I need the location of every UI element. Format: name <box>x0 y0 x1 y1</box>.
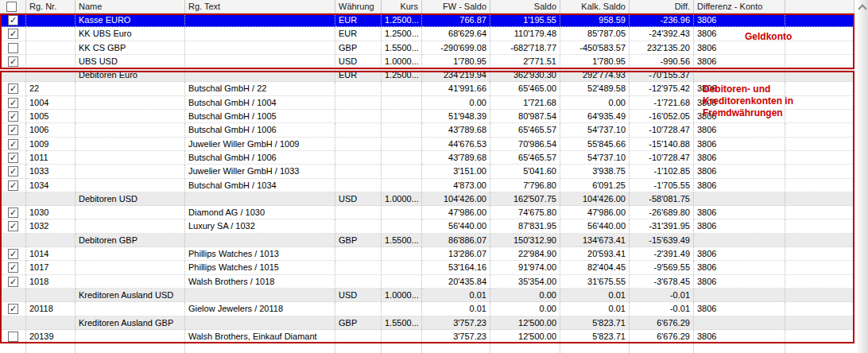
select-all-checkbox[interactable] <box>6 2 17 12</box>
column-header-cur[interactable]: Währung <box>335 0 382 14</box>
row-checkbox[interactable]: ✓ <box>8 98 18 108</box>
table-row[interactable]: ✓ 1009 Juwelier Willer GmbH / 1009 44'67… <box>0 138 854 151</box>
column-header-saldo[interactable]: Saldo <box>490 0 560 14</box>
row-select-cell[interactable]: ✓ <box>0 219 26 233</box>
cell-rgtext: Gielow Jewelers / 20118 <box>185 302 335 316</box>
row-select-cell[interactable]: ✓ <box>0 82 26 95</box>
scroll-up-icon[interactable] <box>858 4 866 13</box>
table-row[interactable]: ✓ 1018 Walsh Brothers / 1018 20'435.84 3… <box>0 275 854 289</box>
table-row[interactable]: ✓ 1032 Luxury SA / 1032 56'440.00 87'831… <box>0 219 854 233</box>
row-select-cell[interactable]: ✓ <box>0 261 26 274</box>
table-row[interactable]: ✓ UBS USD USD 1.0000... 1'780.95 2'771.5… <box>0 55 854 68</box>
row-select-cell[interactable]: ✓ <box>0 179 26 192</box>
cell-rgtext <box>185 289 335 302</box>
vertical-scrollbar[interactable] <box>857 0 868 353</box>
table-row[interactable] <box>0 343 854 353</box>
row-select-cell[interactable]: ✓ <box>0 247 26 261</box>
row-checkbox[interactable]: ✓ <box>8 166 18 176</box>
row-checkbox[interactable]: ✓ <box>8 56 18 67</box>
table-row[interactable]: Debitoren GBP GBP 1.5500... 86'886.07 15… <box>0 234 854 247</box>
table-row[interactable]: ✓ 1017 Phillips Watches / 1015 53'164.16… <box>0 261 854 274</box>
row-select-cell[interactable] <box>0 68 26 82</box>
row-select-cell[interactable]: ✓ <box>0 27 26 41</box>
table-row[interactable]: ✓ Kasse EURO EUR 1.2500... 766.87 1'195.… <box>0 14 854 27</box>
row-select-cell[interactable]: ✓ <box>0 138 26 151</box>
cell-diff: -26'689.80 <box>630 206 694 219</box>
column-header-kurs[interactable]: Kurs <box>382 0 422 14</box>
row-checkbox[interactable]: ✓ <box>8 15 18 25</box>
row-select-cell[interactable] <box>0 289 26 302</box>
table-row[interactable]: ✓ 1034 Butschal GmbH / 1034 4'873.00 7'7… <box>0 179 854 192</box>
table-row[interactable]: ✓ 1030 Diamond AG / 1030 47'986.00 74'67… <box>0 206 854 219</box>
column-header-konto[interactable]: Differenz - Konto <box>694 0 785 14</box>
table-row[interactable]: Debitoren USD USD 1.0000... 104'426.00 1… <box>0 192 854 206</box>
row-select-cell[interactable] <box>0 330 26 343</box>
column-header-kalk[interactable]: Kalk. Saldo <box>560 0 630 14</box>
cell-kurs <box>382 261 422 274</box>
cell-saldo: 65'465.57 <box>490 123 560 137</box>
table-row[interactable]: ✓ 1014 Phillips Watches / 1013 13'286.07… <box>0 247 854 261</box>
table-row[interactable]: ✓ 1011 Butschal GmbH / 1006 43'789.68 65… <box>0 151 854 165</box>
column-header-diff[interactable]: Diff. <box>630 0 694 14</box>
cell-currency <box>335 206 382 219</box>
select-all-cell[interactable] <box>0 0 26 14</box>
cell-currency <box>335 123 382 137</box>
row-checkbox[interactable]: ✓ <box>8 139 18 149</box>
column-header-fw[interactable]: FW - Saldo <box>422 0 490 14</box>
row-checkbox[interactable]: ✓ <box>8 304 18 314</box>
cell-currency <box>335 96 382 110</box>
row-select-cell[interactable]: ✓ <box>0 206 26 219</box>
row-select-cell[interactable]: ✓ <box>0 123 26 137</box>
row-checkbox[interactable]: ✓ <box>8 277 18 287</box>
table-row[interactable]: ✓ 20118 Gielow Jewelers / 20118 0.01 0.0… <box>0 302 854 316</box>
cell-fw-saldo: 56'440.00 <box>422 219 490 233</box>
row-select-cell[interactable]: ✓ <box>0 165 26 178</box>
cell-kurs: 1.5500... <box>382 41 422 55</box>
row-checkbox[interactable]: ✓ <box>8 83 18 94</box>
row-select-cell[interactable]: ✓ <box>0 96 26 110</box>
table-row[interactable]: Kreditoren Ausland GBP GBP 1.5500... 3'7… <box>0 316 854 330</box>
row-select-cell[interactable]: ✓ <box>0 275 26 289</box>
table-row[interactable]: Debitoren Euro EUR 1.2500... 234'219.94 … <box>0 68 854 82</box>
table-row[interactable]: ✓ 1033 Juwelier Willer GmbH / 1033 3'151… <box>0 165 854 178</box>
row-select-cell[interactable]: ✓ <box>0 14 26 27</box>
cell-saldo: 0.00 <box>490 302 560 316</box>
cell-saldo: 80'987.54 <box>490 110 560 123</box>
row-checkbox[interactable]: ✓ <box>8 221 18 231</box>
row-select-cell[interactable] <box>0 234 26 247</box>
row-checkbox[interactable] <box>8 332 18 342</box>
row-checkbox[interactable]: ✓ <box>8 249 18 259</box>
row-select-cell[interactable] <box>0 41 26 55</box>
table-row[interactable]: KK CS GBP GBP 1.5500... -290'699.08 -682… <box>0 41 854 55</box>
table-row[interactable]: ✓ 1006 Butschal GmbH / 1006 43'789.68 65… <box>0 123 854 137</box>
table-row[interactable]: ✓ 1005 Butschal GmbH / 1005 51'948.39 80… <box>0 110 854 123</box>
table-row[interactable]: ✓ 1004 Butschal GmbH / 1004 0.00 1'721.6… <box>0 96 854 110</box>
table-row[interactable]: ✓ KK UBS Euro EUR 1.2500... 68'629.64 11… <box>0 27 854 41</box>
cell-name <box>76 138 185 151</box>
cell-saldo: 12'500.00 <box>490 330 560 343</box>
row-checkbox[interactable]: ✓ <box>8 180 18 191</box>
row-checkbox[interactable]: ✓ <box>8 111 18 122</box>
row-checkbox[interactable]: ✓ <box>8 29 18 39</box>
row-select-cell[interactable]: ✓ <box>0 302 26 316</box>
column-header-spacer[interactable] <box>785 0 854 14</box>
table-row[interactable]: 20139 Walsh Brothers, Einkauf Diamant 3'… <box>0 330 854 343</box>
row-checkbox[interactable]: ✓ <box>8 153 18 163</box>
cell-differenz-konto: 3806 <box>694 138 785 151</box>
column-header-name[interactable]: Name <box>76 0 185 14</box>
column-header-rgnr[interactable]: Rg. Nr. <box>26 0 76 14</box>
row-checkbox[interactable]: ✓ <box>8 262 18 273</box>
row-select-cell[interactable] <box>0 343 26 353</box>
row-checkbox[interactable]: ✓ <box>8 125 18 135</box>
row-select-cell[interactable] <box>0 316 26 330</box>
row-select-cell[interactable]: ✓ <box>0 55 26 68</box>
cell-currency: EUR <box>335 68 382 82</box>
row-checkbox[interactable]: ✓ <box>8 208 18 218</box>
row-select-cell[interactable] <box>0 192 26 206</box>
row-checkbox[interactable] <box>8 43 18 53</box>
table-row[interactable]: Kreditoren Ausland USD USD 1.0000... 0.0… <box>0 289 854 302</box>
table-row[interactable]: ✓ 22 Butschal GmbH / 22 41'991.66 65'465… <box>0 82 854 95</box>
column-header-text[interactable]: Rg. Text <box>185 0 335 14</box>
row-select-cell[interactable]: ✓ <box>0 151 26 165</box>
row-select-cell[interactable]: ✓ <box>0 110 26 123</box>
